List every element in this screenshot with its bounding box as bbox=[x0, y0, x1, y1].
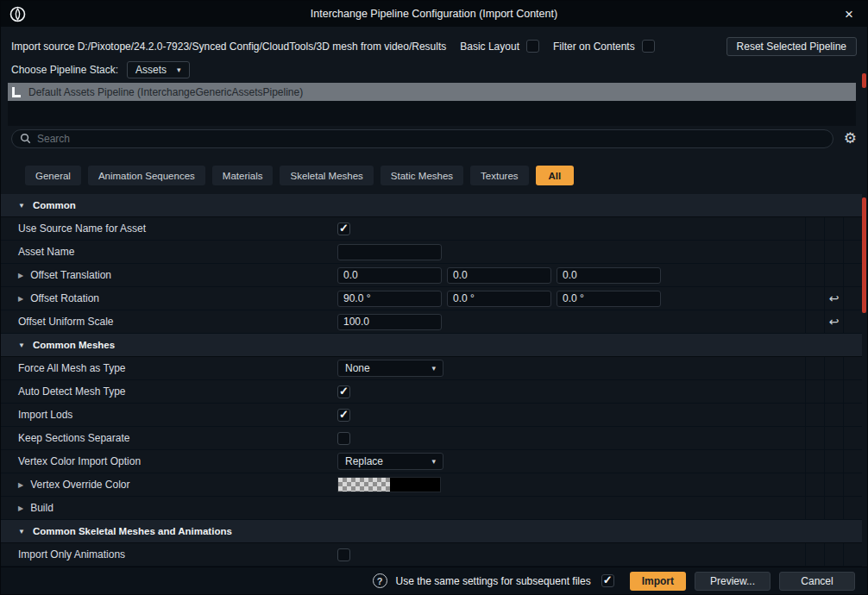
search-input[interactable] bbox=[37, 133, 825, 145]
row-offset-uniform-scale: Offset Uniform Scale ↩ bbox=[1, 310, 862, 334]
row-asset-name: Asset Name bbox=[1, 241, 862, 264]
property-label: Force All Mesh as Type bbox=[18, 362, 126, 374]
pipeline-stack-row: Choose Pipeline Stack: Assets ▾ bbox=[1, 60, 867, 80]
property-label: Auto Detect Mesh Type bbox=[18, 385, 126, 398]
collapse-arrow-icon: ▼ bbox=[18, 528, 25, 536]
expand-arrow-icon[interactable]: ▶ bbox=[18, 295, 23, 303]
row-offset-translation: ▶ Offset Translation bbox=[1, 264, 862, 287]
basic-layout-label: Basic Layout bbox=[460, 41, 519, 53]
row-force-all-mesh-as-type: Force All Mesh as Type None ▾ bbox=[1, 357, 862, 380]
property-label: Vertex Override Color bbox=[30, 479, 129, 491]
property-label: Offset Uniform Scale bbox=[18, 316, 113, 328]
offset-translation-y-field[interactable] bbox=[447, 267, 551, 284]
tab-static-meshes[interactable]: Static Meshes bbox=[381, 166, 463, 185]
pipeline-stack-value: Assets bbox=[135, 64, 167, 76]
scrollbar-thumb-pipeline[interactable] bbox=[862, 73, 866, 88]
cancel-button[interactable]: Cancel bbox=[779, 572, 855, 591]
tab-skeletal-meshes[interactable]: Skeletal Meshes bbox=[280, 166, 373, 185]
property-label: Import Only Animations bbox=[18, 548, 125, 561]
tab-animation-sequences[interactable]: Animation Sequences bbox=[88, 166, 205, 185]
row-import-lods: Import Lods bbox=[1, 404, 862, 427]
row-keep-sections-separate: Keep Sections Separate bbox=[1, 427, 862, 450]
reset-selected-pipeline-button[interactable]: Reset Selected Pipeline bbox=[726, 37, 857, 56]
pipeline-list-item-selected[interactable]: Default Assets Pipeline (InterchangeGene… bbox=[8, 83, 856, 101]
import-source-text: Import source D:/Pixotope/24.2.0-7923/Sy… bbox=[11, 41, 446, 53]
row-build: ▶ Build bbox=[1, 497, 862, 520]
filter-on-contents-label: Filter on Contents bbox=[553, 41, 635, 53]
offset-rotation-z-field[interactable] bbox=[557, 291, 661, 307]
import-only-animations-checkbox[interactable] bbox=[337, 548, 350, 561]
property-label: Vertex Color Import Option bbox=[18, 455, 141, 467]
row-import-only-animations: Import Only Animations bbox=[1, 543, 862, 567]
chevron-down-icon: ▾ bbox=[431, 364, 436, 373]
expand-arrow-icon[interactable]: ▶ bbox=[18, 481, 23, 489]
keep-sections-separate-checkbox[interactable] bbox=[337, 432, 350, 445]
properties-panel: ▼ Common Use Source Name for Asset Asset… bbox=[1, 194, 867, 567]
collapse-arrow-icon: ▼ bbox=[18, 341, 25, 349]
pipeline-icon bbox=[12, 87, 21, 97]
chevron-down-icon: ▾ bbox=[177, 66, 181, 74]
color-alpha-checkerboard bbox=[338, 478, 390, 492]
subsequent-files-label: Use the same settings for subsequent fil… bbox=[396, 575, 591, 587]
reset-to-default-icon[interactable]: ↩ bbox=[829, 292, 840, 304]
interchange-pipeline-dialog: Interchange Pipeline Configuration (Impo… bbox=[0, 0, 868, 595]
close-icon[interactable]: × bbox=[840, 7, 859, 22]
subsequent-files-checkbox[interactable] bbox=[601, 574, 614, 587]
preview-button[interactable]: Preview... bbox=[695, 572, 771, 591]
property-label: Offset Translation bbox=[30, 269, 111, 281]
pipeline-stack-dropdown[interactable]: Assets ▾ bbox=[127, 61, 190, 78]
pipeline-item-label: Default Assets Pipeline (InterchangeGene… bbox=[28, 86, 303, 98]
tab-materials[interactable]: Materials bbox=[212, 166, 274, 185]
property-label: Build bbox=[30, 502, 53, 514]
chevron-down-icon: ▾ bbox=[431, 457, 436, 466]
property-label: Offset Rotation bbox=[30, 292, 99, 304]
use-source-name-checkbox[interactable] bbox=[337, 222, 350, 235]
property-label: Keep Sections Separate bbox=[18, 432, 129, 444]
vertex-override-color-swatch[interactable] bbox=[337, 477, 441, 492]
offset-translation-x-field[interactable] bbox=[337, 267, 442, 284]
asset-name-field[interactable] bbox=[337, 244, 442, 260]
row-offset-rotation: ▶ Offset Rotation ↩ bbox=[1, 287, 862, 310]
scrollbar-thumb-properties[interactable] bbox=[862, 197, 866, 313]
property-label: Asset Name bbox=[18, 246, 74, 258]
section-header-common-meshes[interactable]: ▼ Common Meshes bbox=[1, 334, 862, 357]
tab-textures[interactable]: Textures bbox=[470, 166, 528, 185]
row-auto-detect-mesh-type: Auto Detect Mesh Type bbox=[1, 380, 862, 404]
footer-bar: ? Use the same settings for subsequent f… bbox=[1, 567, 867, 594]
force-mesh-type-dropdown[interactable]: None ▾ bbox=[337, 360, 443, 377]
property-label: Import Lods bbox=[18, 409, 72, 421]
tab-all[interactable]: All bbox=[536, 166, 575, 185]
titlebar: Interchange Pipeline Configuration (Impo… bbox=[1, 1, 867, 27]
basic-layout-checkbox[interactable] bbox=[526, 40, 539, 53]
search-box[interactable] bbox=[11, 129, 833, 148]
toolbar-row: Import source D:/Pixotope/24.2.0-7923/Sy… bbox=[1, 35, 867, 57]
row-vertex-override-color: ▶ Vertex Override Color bbox=[1, 473, 862, 497]
color-value-black bbox=[390, 478, 440, 492]
choose-stack-label: Choose Pipeline Stack: bbox=[11, 64, 118, 76]
offset-translation-z-field[interactable] bbox=[557, 267, 661, 284]
import-button[interactable]: Import bbox=[630, 572, 686, 591]
expand-arrow-icon[interactable]: ▶ bbox=[18, 272, 23, 279]
pipeline-list: Default Assets Pipeline (InterchangeGene… bbox=[8, 83, 856, 126]
auto-detect-mesh-type-checkbox[interactable] bbox=[337, 385, 350, 398]
vertex-color-import-dropdown[interactable]: Replace ▾ bbox=[337, 453, 443, 470]
section-header-common[interactable]: ▼ Common bbox=[1, 194, 862, 217]
row-vertex-color-import-option: Vertex Color Import Option Replace ▾ bbox=[1, 450, 862, 473]
reset-to-default-icon[interactable]: ↩ bbox=[829, 316, 840, 328]
gear-icon[interactable]: ⚙ bbox=[844, 131, 857, 146]
help-icon[interactable]: ? bbox=[373, 573, 387, 588]
import-lods-checkbox[interactable] bbox=[337, 409, 350, 422]
dialog-title: Interchange Pipeline Configuration (Impo… bbox=[1, 8, 867, 20]
filter-on-contents-checkbox[interactable] bbox=[642, 40, 655, 53]
offset-rotation-x-field[interactable] bbox=[337, 291, 442, 307]
search-icon bbox=[20, 133, 31, 144]
offset-rotation-y-field[interactable] bbox=[447, 291, 551, 307]
offset-uniform-scale-field[interactable] bbox=[337, 314, 442, 330]
property-label: Use Source Name for Asset bbox=[18, 222, 146, 235]
search-row: ⚙ bbox=[1, 128, 867, 148]
expand-arrow-icon[interactable]: ▶ bbox=[18, 504, 23, 512]
tab-general[interactable]: General bbox=[25, 166, 81, 185]
section-header-common-skeletal[interactable]: ▼ Common Skeletal Meshes and Animations bbox=[1, 520, 862, 543]
collapse-arrow-icon: ▼ bbox=[18, 202, 25, 210]
category-tabs: General Animation Sequences Materials Sk… bbox=[1, 166, 867, 185]
